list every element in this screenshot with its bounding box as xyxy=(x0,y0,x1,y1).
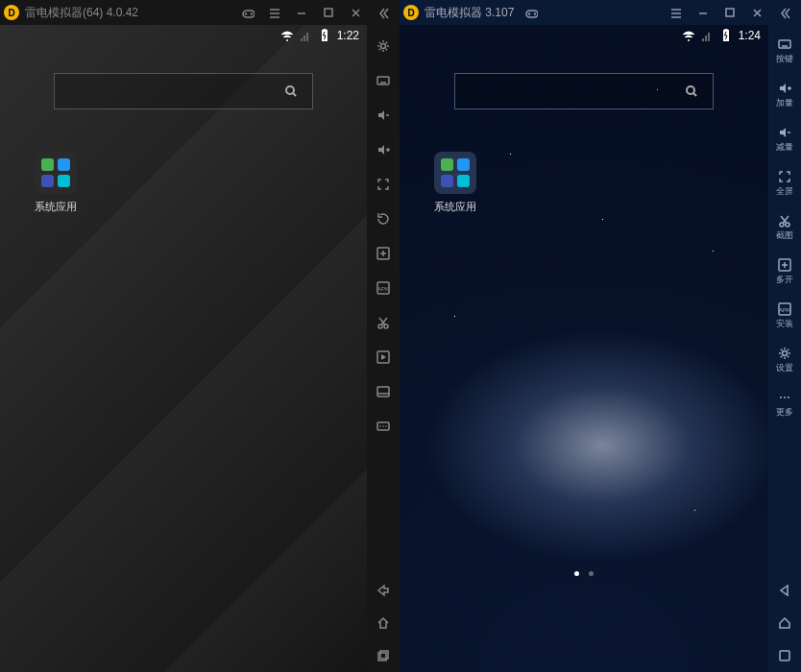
install-apk-button[interactable] xyxy=(367,271,400,305)
volume-down-button[interactable] xyxy=(367,98,400,132)
volume-up-button[interactable] xyxy=(367,132,400,167)
collapse-sidebar-button[interactable] xyxy=(770,0,797,25)
rotate-button[interactable] xyxy=(367,202,400,236)
maximize-button[interactable] xyxy=(315,0,342,25)
collapse-sidebar-button[interactable] xyxy=(369,0,396,25)
install-apk-button[interactable]: 安装 xyxy=(768,294,801,338)
search-bar[interactable] xyxy=(54,73,313,109)
record-button[interactable] xyxy=(367,340,400,374)
clock: 1:22 xyxy=(337,29,359,42)
folder-label: 系统应用 xyxy=(428,200,482,214)
more-button[interactable]: 更多 xyxy=(768,382,801,426)
wifi-icon xyxy=(681,29,694,42)
keyboard-button[interactable] xyxy=(367,63,400,98)
android-screen[interactable]: 1:24 系统应用 xyxy=(400,25,768,672)
minimize-button[interactable] xyxy=(690,0,716,25)
screenshot-button[interactable]: 截图 xyxy=(768,205,801,250)
folder-icon xyxy=(35,152,77,194)
emulator-left: D 雷电模拟器(64) 4.0.42 1:22 系统应用 xyxy=(0,0,400,672)
volume-up-button[interactable]: 加量 xyxy=(768,73,801,117)
folder-icon xyxy=(434,152,476,194)
more-button[interactable] xyxy=(367,409,400,444)
signal-icon xyxy=(700,29,714,42)
maximize-button[interactable] xyxy=(716,0,743,25)
search-icon xyxy=(283,84,299,99)
battery-icon xyxy=(719,29,733,42)
nav-home-button[interactable] xyxy=(367,607,400,639)
window-title: 雷电模拟器 3.107 xyxy=(425,5,514,21)
clock: 1:24 xyxy=(739,29,761,42)
search-bar[interactable] xyxy=(454,73,714,109)
multi-instance-button[interactable]: 多开 xyxy=(768,250,801,294)
signal-icon xyxy=(299,29,312,42)
screenshot-button[interactable] xyxy=(367,305,400,340)
close-button[interactable] xyxy=(342,0,369,25)
nav-back-button[interactable] xyxy=(768,574,801,607)
android-screen[interactable]: 1:22 系统应用 xyxy=(0,25,367,672)
page-indicator xyxy=(574,571,594,576)
app-logo-icon: D xyxy=(4,5,19,20)
wifi-icon xyxy=(279,29,293,42)
search-icon xyxy=(684,84,699,99)
volume-down-button[interactable]: 减量 xyxy=(768,117,801,161)
nav-back-button[interactable] xyxy=(367,574,400,607)
settings-button[interactable] xyxy=(367,29,400,63)
status-bar: 1:22 xyxy=(0,25,367,46)
keymap-button[interactable]: 按键 xyxy=(768,29,801,73)
fullscreen-button[interactable] xyxy=(367,167,400,202)
minimize-button[interactable] xyxy=(288,0,315,25)
nav-recent-button[interactable] xyxy=(768,639,801,672)
titlebar: D 雷电模拟器 3.107 xyxy=(400,0,801,25)
emulator-right: D 雷电模拟器 3.107 1:24 系统应用 xyxy=(400,0,801,672)
nav-recent-button[interactable] xyxy=(367,639,400,672)
fullscreen-button[interactable]: 全屏 xyxy=(768,161,801,205)
side-toolbar: 按键 加量 减量 全屏 截图 多开 安装 设置 更多 xyxy=(768,25,801,672)
folder-label: 系统应用 xyxy=(29,200,83,214)
battery-icon xyxy=(318,29,331,42)
system-apps-folder[interactable]: 系统应用 xyxy=(29,152,83,214)
app-logo-icon: D xyxy=(403,5,419,20)
titlebar: D 雷电模拟器(64) 4.0.42 xyxy=(0,0,400,25)
menu-icon[interactable] xyxy=(261,0,288,25)
settings-button[interactable]: 设置 xyxy=(768,338,801,382)
add-button[interactable] xyxy=(367,236,400,271)
side-toolbar xyxy=(367,25,400,672)
window-title: 雷电模拟器(64) 4.0.42 xyxy=(25,5,138,21)
menu-icon[interactable] xyxy=(663,0,690,25)
gamepad-icon[interactable] xyxy=(518,0,545,25)
panel-button[interactable] xyxy=(367,374,400,409)
status-bar: 1:24 xyxy=(400,25,768,46)
gamepad-icon[interactable] xyxy=(234,0,261,25)
system-apps-folder[interactable]: 系统应用 xyxy=(428,152,482,214)
nav-home-button[interactable] xyxy=(768,607,801,639)
svg-marker-54 xyxy=(781,586,788,595)
close-button[interactable] xyxy=(743,0,770,25)
